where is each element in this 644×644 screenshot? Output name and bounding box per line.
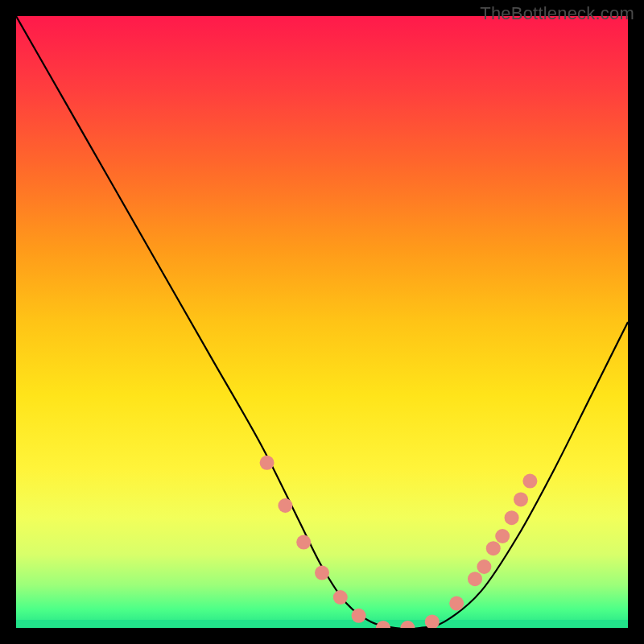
curve-marker [495, 529, 510, 543]
curve-marker [425, 614, 440, 628]
curve-marker [296, 535, 311, 550]
watermark-text: TheBottleneck.com [480, 3, 634, 24]
curve-marker [333, 590, 348, 605]
curve-marker [400, 621, 415, 628]
curve-marker [376, 621, 390, 628]
curve-marker [522, 474, 537, 489]
plot-area [16, 16, 628, 628]
curve-marker [477, 559, 491, 574]
chart-svg-layer [16, 16, 628, 628]
curve-marker [468, 572, 482, 586]
curve-marker [352, 609, 366, 623]
bottleneck-curve [16, 16, 628, 628]
curve-marker [514, 492, 528, 506]
curve-marker [260, 456, 275, 470]
curve-marker [315, 566, 329, 580]
curve-marker [505, 510, 519, 525]
chart-frame: TheBottleneck.com [0, 0, 644, 644]
curve-marker [278, 498, 292, 513]
curve-marker [486, 541, 501, 555]
curve-marker [449, 597, 464, 611]
